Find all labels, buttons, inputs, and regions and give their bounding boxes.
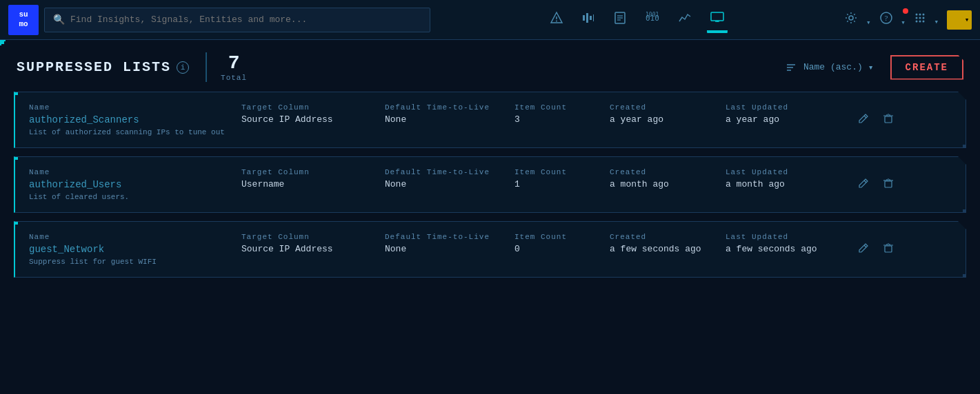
- waveform-icon[interactable]: [579, 8, 598, 31]
- apps-grid-icon[interactable]: ▾: [914, 12, 939, 28]
- edit-button[interactable]: [855, 110, 872, 129]
- item-actions: [855, 168, 952, 194]
- svg-rect-13: [711, 12, 723, 21]
- document-icon[interactable]: [610, 8, 630, 31]
- item-grid: Name authorized_Users List of cleared us…: [29, 168, 952, 201]
- item-description: Suppress list for guest WIFI: [29, 258, 236, 266]
- created-label: Created: [610, 168, 720, 176]
- list-item: Name authorized_Users List of cleared us…: [14, 156, 966, 213]
- search-input[interactable]: [70, 14, 421, 25]
- ttl-label: Default Time-to-Live: [385, 168, 509, 176]
- info-icon[interactable]: i: [177, 61, 189, 74]
- item-name-link[interactable]: authorized_Scanners: [29, 114, 236, 125]
- binary-icon[interactable]: 01011001: [642, 8, 663, 31]
- svg-rect-3: [583, 15, 585, 21]
- ttl-value: None: [385, 114, 509, 125]
- updated-label: Last Updated: [726, 168, 850, 176]
- count-column: Item Count 1: [514, 168, 604, 189]
- target-col-label: Target Column: [241, 103, 379, 112]
- created-value: a year ago: [610, 114, 720, 125]
- top-navigation: sumo 🔍 01011001 ▾ ?: [0, 0, 980, 40]
- item-description: List of authorized scanning IPs to tune …: [29, 128, 236, 136]
- delete-button[interactable]: [880, 240, 897, 259]
- search-bar[interactable]: 🔍: [44, 8, 430, 32]
- page-title: SUPPRESSED LISTS: [17, 59, 171, 75]
- count-value: 1: [514, 179, 604, 189]
- edit-button[interactable]: [855, 175, 872, 194]
- svg-point-26: [919, 21, 921, 23]
- line-chart-icon[interactable]: [675, 8, 694, 31]
- sort-control[interactable]: Name (asc.) ▾: [786, 61, 874, 74]
- item-actions: [855, 103, 952, 129]
- ttl-label: Default Time-to-Live: [385, 233, 509, 241]
- svg-point-2: [556, 21, 557, 22]
- app-logo[interactable]: sumo: [8, 5, 39, 35]
- edit-button[interactable]: [855, 240, 872, 259]
- created-column: Created a year ago: [610, 103, 720, 125]
- ttl-label: Default Time-to-Live: [385, 103, 509, 112]
- total-label: Total: [221, 74, 247, 82]
- item-name-link[interactable]: guest_Network: [29, 244, 236, 255]
- updated-column: Last Updated a month ago: [726, 168, 850, 189]
- count-value: 3: [514, 114, 604, 125]
- created-column: Created a few seconds ago: [610, 233, 720, 254]
- name-label: Name: [29, 168, 236, 176]
- settings-icon[interactable]: ▾: [844, 11, 870, 28]
- sort-label: Name (asc.): [803, 62, 863, 72]
- svg-line-45: [864, 245, 866, 247]
- svg-point-21: [922, 14, 924, 16]
- ttl-value: None: [385, 244, 509, 254]
- name-column: Name authorized_Users List of cleared us…: [29, 168, 236, 201]
- target-col-label: Target Column: [241, 233, 379, 241]
- help-icon[interactable]: ? ▾: [879, 11, 906, 28]
- svg-point-23: [919, 17, 921, 19]
- count-label: Item Count: [514, 103, 604, 112]
- nav-icons: 01011001: [436, 8, 839, 32]
- name-column: Name guest_Network Suppress list for gue…: [29, 233, 236, 266]
- list-item: Name authorized_Scanners List of authori…: [14, 92, 966, 148]
- svg-point-19: [915, 14, 917, 16]
- created-label: Created: [610, 233, 720, 241]
- name-label: Name: [29, 233, 236, 241]
- target-column: Target Column Source IP Address: [241, 233, 379, 254]
- svg-point-20: [919, 14, 921, 16]
- svg-point-25: [915, 21, 917, 23]
- svg-point-24: [922, 17, 924, 19]
- create-button[interactable]: CREATE: [890, 55, 963, 80]
- delete-button[interactable]: [880, 110, 897, 129]
- ttl-column: Default Time-to-Live None: [385, 233, 509, 254]
- name-label: Name: [29, 103, 236, 112]
- alert-triangle-icon[interactable]: [547, 8, 566, 31]
- search-icon: 🔍: [53, 14, 65, 25]
- updated-column: Last Updated a few seconds ago: [726, 233, 850, 254]
- updated-label: Last Updated: [726, 103, 850, 112]
- user-avatar[interactable]: ▾: [947, 10, 972, 30]
- count-value: 0: [514, 244, 604, 254]
- svg-rect-4: [586, 13, 588, 23]
- item-grid: Name authorized_Scanners List of authori…: [29, 103, 952, 136]
- nav-right: ▾ ? ▾ ▾ ▾: [844, 10, 972, 30]
- total-count: 7: [228, 52, 240, 74]
- ttl-column: Default Time-to-Live None: [385, 103, 509, 125]
- monitor-icon[interactable]: [707, 8, 728, 32]
- ttl-column: Default Time-to-Live None: [385, 168, 509, 189]
- target-col-value: Source IP Address: [241, 244, 379, 254]
- name-column: Name authorized_Scanners List of authori…: [29, 103, 236, 136]
- item-description: List of cleared users.: [29, 193, 236, 201]
- item-actions: [855, 233, 952, 259]
- page-title-block: SUPPRESSED LISTS i: [17, 59, 189, 75]
- created-value: a month ago: [610, 179, 720, 189]
- total-block: 7 Total: [206, 52, 247, 82]
- corner-decoration-tl: [0, 40, 6, 45]
- created-column: Created a month ago: [610, 168, 720, 189]
- item-name-link[interactable]: authorized_Users: [29, 179, 236, 190]
- item-grid: Name guest_Network Suppress list for gue…: [29, 233, 952, 266]
- target-column: Target Column Username: [241, 168, 379, 189]
- svg-rect-34: [885, 116, 892, 123]
- svg-line-39: [864, 180, 866, 183]
- svg-text:?: ?: [884, 14, 888, 22]
- delete-button[interactable]: [880, 175, 897, 194]
- updated-column: Last Updated a year ago: [726, 103, 850, 125]
- updated-label: Last Updated: [726, 233, 850, 241]
- target-col-value: Username: [241, 179, 379, 189]
